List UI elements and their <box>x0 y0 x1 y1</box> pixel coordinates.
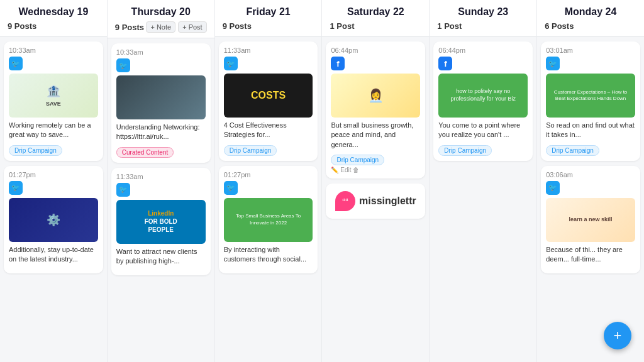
missinglettr-brand-name: missinglettr <box>359 195 416 207</box>
post-time: 01:27pm <box>224 171 313 178</box>
post-time: 11:33am <box>224 47 313 54</box>
post-time: 06:44pm <box>331 47 420 54</box>
add-post-inline-button[interactable]: + Post <box>178 21 207 33</box>
post-time: 11:33am <box>116 173 206 180</box>
day-title-fri21: Friday 21 <box>223 6 314 18</box>
day-body-mon24: 03:01am🐦Customer Expectations – How to B… <box>537 36 644 362</box>
post-image: COSTS <box>224 74 313 118</box>
add-post-button[interactable]: + <box>604 322 631 349</box>
twitter-icon: 🐦 <box>546 57 560 70</box>
post-card-mon24-1[interactable]: 03:06am🐦learn a new skillBecause of thi.… <box>541 166 640 273</box>
post-card-fri21-0[interactable]: 11:33am🐦COSTS4 Cost Effectiveness Strate… <box>219 41 318 161</box>
post-image: Top Small Business Areas To Innovate in … <box>224 198 313 242</box>
post-card-mon24-0[interactable]: 03:01am🐦Customer Expectations – How to B… <box>541 41 640 161</box>
post-card-sat22-0[interactable]: 06:44pmf👩‍💼But small business growth, pe… <box>326 41 425 178</box>
post-time: 06:44pm <box>438 47 528 54</box>
post-tag[interactable]: Drip Campaign <box>546 145 599 156</box>
twitter-icon: 🐦 <box>224 181 238 195</box>
day-header-wed19: Wednesday 199 Posts <box>0 0 107 36</box>
day-column-mon24: Monday 246 Posts03:01am🐦Customer Expecta… <box>537 0 644 362</box>
post-card-thu20-0[interactable]: 10:33am🐦Understanding Networking: https:… <box>111 43 211 163</box>
post-text: You come to a point where you realize yo… <box>438 121 528 140</box>
post-time: 03:01am <box>546 47 635 54</box>
post-text: By interacting with customers through so… <box>224 245 313 265</box>
day-title-mon24: Monday 24 <box>545 6 636 18</box>
day-body-fri21: 11:33am🐦COSTS4 Cost Effectiveness Strate… <box>215 36 322 362</box>
post-tag[interactable]: Drip Campaign <box>224 145 277 156</box>
post-tag[interactable]: Drip Campaign <box>9 145 62 156</box>
post-time: 10:33am <box>116 48 206 56</box>
twitter-icon: 🐦 <box>546 181 560 195</box>
day-title-sat22: Saturday 22 <box>330 6 421 18</box>
day-body-sat22: 06:44pmf👩‍💼But small business growth, pe… <box>322 36 429 362</box>
post-text: Understanding Networking: https://lttr.a… <box>116 123 206 142</box>
post-image <box>116 75 206 119</box>
day-header-thu20: Thursday 209 Posts+ Note+ Post <box>108 0 214 38</box>
post-image: 🏦SAVE <box>9 74 98 118</box>
post-image: ⚙️ <box>9 198 98 242</box>
twitter-icon: 🐦 <box>116 183 130 197</box>
facebook-icon: f <box>331 57 345 70</box>
day-column-sun23: Sunday 231 Post06:44pmfhow to politely s… <box>430 0 536 362</box>
post-tag[interactable]: Drip Campaign <box>438 145 492 156</box>
missinglettr-bubble-icon: ““ <box>335 191 355 211</box>
post-time: 03:06am <box>546 171 635 178</box>
post-text: Want to attract new clients by publishin… <box>116 247 206 266</box>
add-note-button[interactable]: + Note <box>146 21 175 33</box>
day-body-wed19: 10:33am🐦🏦SAVEWorking remotely can be a g… <box>0 36 107 362</box>
post-image: how to politely say no professionally fo… <box>438 74 528 118</box>
calendar-grid: Wednesday 199 Posts10:33am🐦🏦SAVEWorking … <box>0 0 644 362</box>
day-header-sun23: Sunday 231 Post <box>430 0 536 36</box>
day-title-thu20: Thursday 20 <box>115 6 207 18</box>
facebook-icon: f <box>438 57 452 70</box>
edit-action[interactable]: ✏️ Edit 🗑 <box>331 167 359 173</box>
post-tag[interactable]: Drip Campaign <box>331 155 384 165</box>
day-body-thu20: 10:33am🐦Understanding Networking: https:… <box>108 38 214 362</box>
missinglettr-logo-card[interactable]: ““missinglettr <box>326 184 425 219</box>
twitter-icon: 🐦 <box>9 57 23 70</box>
twitter-icon: 🐦 <box>9 181 23 195</box>
day-header-fri21: Friday 219 Posts <box>215 0 322 36</box>
post-card-fri21-1[interactable]: 01:27pm🐦Top Small Business Areas To Inno… <box>219 166 318 273</box>
post-text: 4 Cost Effectiveness Strategies for... <box>224 121 313 140</box>
day-column-wed19: Wednesday 199 Posts10:33am🐦🏦SAVEWorking … <box>0 0 107 362</box>
post-image: 👩‍💼 <box>331 74 420 118</box>
post-image: learn a new skill <box>546 198 635 242</box>
post-image: Customer Expectations – How to Beat Expe… <box>546 74 635 118</box>
day-column-thu20: Thursday 209 Posts+ Note+ Post10:33am🐦Un… <box>108 0 214 362</box>
post-text: Because of thi... they are deem... full-… <box>546 245 635 265</box>
post-card-wed19-0[interactable]: 10:33am🐦🏦SAVEWorking remotely can be a g… <box>4 41 103 161</box>
post-count-mon24: 6 Posts <box>545 21 574 31</box>
post-text: So read on and find out what it takes in… <box>546 121 635 140</box>
post-count-wed19: 9 Posts <box>8 21 36 31</box>
post-card-wed19-1[interactable]: 01:27pm🐦⚙️Additionally, stay up-to-date … <box>4 166 103 273</box>
post-time: 01:27pm <box>9 171 98 178</box>
post-text: Working remotely can be a great way to s… <box>9 121 98 140</box>
post-count-sun23: 1 Post <box>437 21 462 31</box>
post-card-thu20-1[interactable]: 11:33am🐦LinkedInFOR BOLDPEOPLEWant to at… <box>111 168 211 275</box>
day-header-sat22: Saturday 221 Post <box>322 0 429 36</box>
post-card-sun23-0[interactable]: 06:44pmfhow to politely say no professio… <box>433 41 533 161</box>
day-title-sun23: Sunday 23 <box>437 6 529 18</box>
post-count-fri21: 9 Posts <box>223 21 252 31</box>
post-image: LinkedInFOR BOLDPEOPLE <box>116 200 206 244</box>
post-text: Additionally, stay up-to-date on the lat… <box>9 245 98 265</box>
day-title-wed19: Wednesday 19 <box>8 6 99 18</box>
day-header-mon24: Monday 246 Posts <box>537 0 644 36</box>
day-column-fri21: Friday 219 Posts11:33am🐦COSTS4 Cost Effe… <box>215 0 322 362</box>
post-tag[interactable]: Curated Content <box>116 147 174 158</box>
twitter-icon: 🐦 <box>224 57 238 70</box>
post-count-thu20: 9 Posts <box>115 23 144 32</box>
post-time: 10:33am <box>9 47 98 54</box>
post-text: But small business growth, peace and min… <box>331 121 420 150</box>
twitter-icon: 🐦 <box>116 58 130 72</box>
day-body-sun23: 06:44pmfhow to politely say no professio… <box>430 36 536 362</box>
day-column-sat22: Saturday 221 Post06:44pmf👩‍💼But small bu… <box>322 0 429 362</box>
post-count-sat22: 1 Post <box>330 21 354 31</box>
